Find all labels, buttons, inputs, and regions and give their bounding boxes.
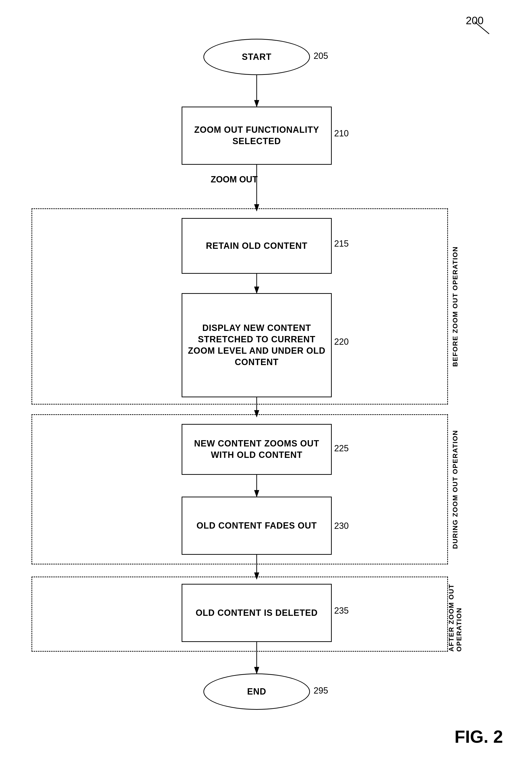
old-deleted-box: OLD CONTENT IS DELETED (182, 584, 332, 642)
ref-210: 210 (334, 128, 349, 139)
ref-230: 230 (334, 521, 349, 531)
ref-225: 225 (334, 443, 349, 454)
new-content-zooms-box: NEW CONTENT ZOOMS OUT WITH OLD CONTENT (182, 424, 332, 475)
ref-220: 220 (334, 337, 349, 347)
ref-205: 205 (314, 51, 328, 61)
ref-295: 295 (314, 686, 328, 696)
old-fades-box: OLD CONTENT FADES OUT (182, 497, 332, 555)
before-zoom-label: BEFORE ZOOM OUT OPERATION (449, 208, 461, 405)
display-new-box: DISPLAY NEW CONTENT STRETCHED TO CURRENT… (182, 293, 332, 397)
ref-215: 215 (334, 239, 349, 249)
ref-235: 235 (334, 606, 349, 616)
after-zoom-label: AFTER ZOOM OUT OPERATION (449, 577, 461, 652)
figure-label: FIG. 2 (455, 727, 503, 747)
ref-200: 200 (466, 15, 484, 27)
start-oval: START (203, 39, 310, 75)
during-zoom-label: DURING ZOOM OUT OPERATION (449, 414, 461, 565)
retain-old-box: RETAIN OLD CONTENT (182, 218, 332, 274)
diagram-container: 200 START 205 ZOOM OUT FUNCTIONALITY SEL… (0, 0, 532, 766)
end-oval: END (203, 674, 310, 710)
zoom-out-arrow-label: ZOOM OUT (211, 174, 258, 185)
zoom-out-selected-box: ZOOM OUT FUNCTIONALITY SELECTED (182, 107, 332, 165)
